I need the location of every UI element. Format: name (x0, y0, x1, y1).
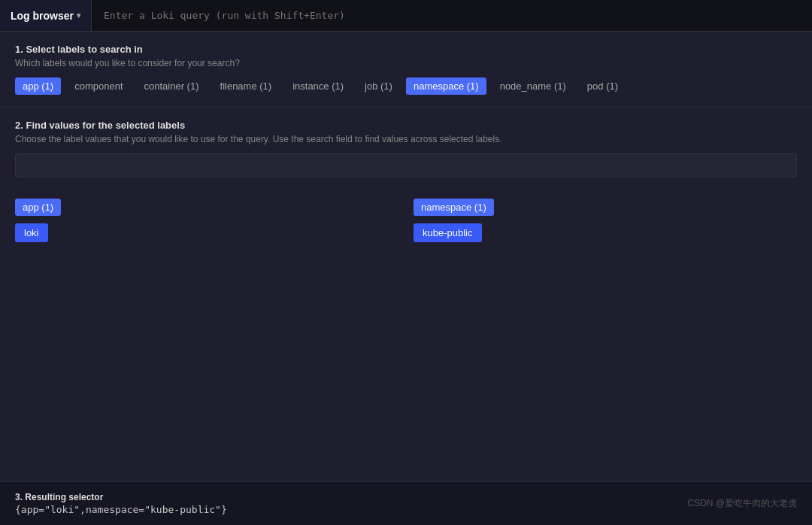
query-input[interactable] (92, 10, 812, 21)
value-search-input[interactable] (23, 160, 789, 171)
value-search-container (15, 153, 797, 178)
log-browser-button[interactable]: Log browser ▾ (0, 0, 92, 31)
chevron-down-icon: ▾ (77, 11, 80, 20)
values-area: app (1)lokinamespace (1)kube-public (0, 184, 812, 481)
selector-value: {app="loki",namespace="kube-public"} (15, 504, 227, 515)
watermark: CSDN @爱吃牛肉的大老虎 (687, 497, 797, 510)
labels-row: app (1)componentcontainer (1)filename (1… (15, 77, 797, 95)
log-browser-label: Log browser (11, 10, 74, 22)
bottom-bar: 3. Resulting selector {app="loki",namesp… (0, 481, 812, 525)
values-column-app-(1): app (1)loki (15, 199, 398, 466)
section-2: 2. Find values for the selected labels C… (0, 108, 812, 184)
section-1-title: 1. Select labels to search in (15, 44, 797, 55)
value-chip-loki[interactable]: loki (15, 223, 48, 242)
label-chip-node_name[interactable]: node_name (1) (492, 77, 574, 95)
label-chip-job[interactable]: job (1) (357, 77, 400, 95)
label-chip-instance[interactable]: instance (1) (285, 77, 351, 95)
app-container: Log browser ▾ 1. Select labels to search… (0, 0, 812, 525)
label-chip-pod[interactable]: pod (1) (580, 77, 626, 95)
label-chip-filename[interactable]: filename (1) (213, 77, 280, 95)
query-bar: Log browser ▾ (0, 0, 812, 32)
label-chip-component[interactable]: component (67, 77, 130, 95)
value-chip-kube-public[interactable]: kube-public (414, 223, 482, 242)
section-1-subtitle: Which labels would you like to consider … (15, 58, 797, 68)
section-2-subtitle: Choose the label values that you would l… (15, 134, 797, 144)
label-chip-container[interactable]: container (1) (137, 77, 207, 95)
main-content: 1. Select labels to search in Which labe… (0, 32, 812, 481)
section-2-title: 2. Find values for the selected labels (15, 120, 797, 131)
selector-section: 3. Resulting selector {app="loki",namesp… (15, 492, 227, 515)
label-chip-app[interactable]: app (1) (15, 77, 61, 95)
value-group-header[interactable]: namespace (1) (414, 199, 494, 216)
section-1: 1. Select labels to search in Which labe… (0, 32, 812, 107)
section-3-title: 3. Resulting selector (15, 492, 227, 502)
value-group-header[interactable]: app (1) (15, 199, 61, 216)
label-chip-namespace[interactable]: namespace (1) (406, 77, 486, 95)
values-column-namespace-(1): namespace (1)kube-public (414, 199, 797, 466)
